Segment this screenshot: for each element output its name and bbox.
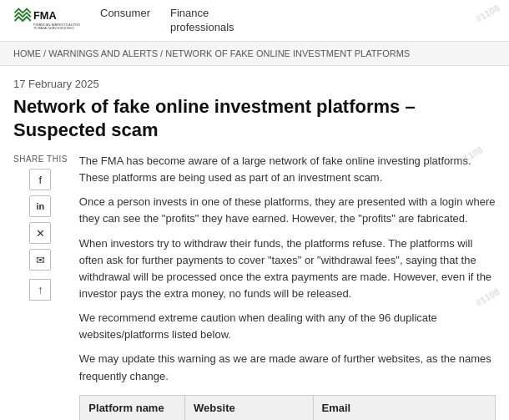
share-sidebar: SHARE THIS f in ✕ ✉ ↑ xyxy=(13,154,68,420)
logo-area: FMA FINANCIAL MARKETS AUTHORITY TE MANA … xyxy=(13,7,80,35)
page-title: Network of fake online investment platfo… xyxy=(13,95,496,141)
article-date: 17 February 2025 xyxy=(13,78,496,90)
article-body: The FMA has become aware of a large netw… xyxy=(79,153,496,420)
main-content: 17 February 2025 Network of fake online … xyxy=(0,66,509,420)
paragraph-1: The FMA has become aware of a large netw… xyxy=(79,153,496,186)
x-twitter-icon: ✕ xyxy=(36,227,45,240)
email-share-button[interactable]: ✉ xyxy=(29,249,51,271)
nav-finance-professionals[interactable]: Finance professionals xyxy=(170,7,234,35)
paragraph-3: When investors try to withdraw their fun… xyxy=(79,235,496,303)
linkedin-share-button[interactable]: in xyxy=(29,195,51,217)
share-label: SHARE THIS xyxy=(13,154,68,164)
svg-text:TE MANA TĀTAI HOKOHOKO: TE MANA TĀTAI HOKOHOKO xyxy=(33,27,74,30)
site-header: FMA FINANCIAL MARKETS AUTHORITY TE MANA … xyxy=(0,0,509,42)
breadcrumb: HOME / WARNINGS AND ALERTS / NETWORK OF … xyxy=(0,42,509,66)
email-icon: ✉ xyxy=(36,254,45,266)
paragraph-4: We recommend extreme caution when dealin… xyxy=(79,310,496,343)
facebook-share-button[interactable]: f xyxy=(29,169,51,190)
facebook-icon: f xyxy=(39,174,43,186)
scroll-top-button[interactable]: ↑ xyxy=(29,279,51,301)
svg-text:FMA: FMA xyxy=(33,9,57,22)
main-nav: Consumer Finance professionals xyxy=(100,7,234,35)
col-header-email: Email xyxy=(313,395,495,420)
table-header-row: Platform name Website Email xyxy=(80,395,495,420)
breadcrumb-home[interactable]: HOME xyxy=(13,48,41,58)
x-share-button[interactable]: ✕ xyxy=(29,222,51,244)
content-layout: SHARE THIS f in ✕ ✉ ↑ The FMA has become… xyxy=(13,153,496,420)
breadcrumb-current: NETWORK OF FAKE ONLINE INVESTMENT PLATFO… xyxy=(165,48,410,58)
fma-logo: FMA FINANCIAL MARKETS AUTHORITY TE MANA … xyxy=(13,7,80,35)
col-header-platform: Platform name xyxy=(80,395,185,420)
paragraph-2: Once a person invests in one of these pl… xyxy=(79,194,496,227)
nav-consumer[interactable]: Consumer xyxy=(100,7,150,35)
linkedin-icon: in xyxy=(37,201,45,211)
svg-text:FINANCIAL MARKETS AUTHORITY: FINANCIAL MARKETS AUTHORITY xyxy=(33,22,80,26)
platforms-table: Platform name Website Email Stock Fxstoc… xyxy=(79,395,496,420)
breadcrumb-warnings[interactable]: WARNINGS AND ALERTS xyxy=(48,48,158,58)
col-header-website: Website xyxy=(185,395,313,420)
up-arrow-icon: ↑ xyxy=(38,283,43,296)
paragraph-5: We may update this warning as we are mad… xyxy=(79,351,496,384)
